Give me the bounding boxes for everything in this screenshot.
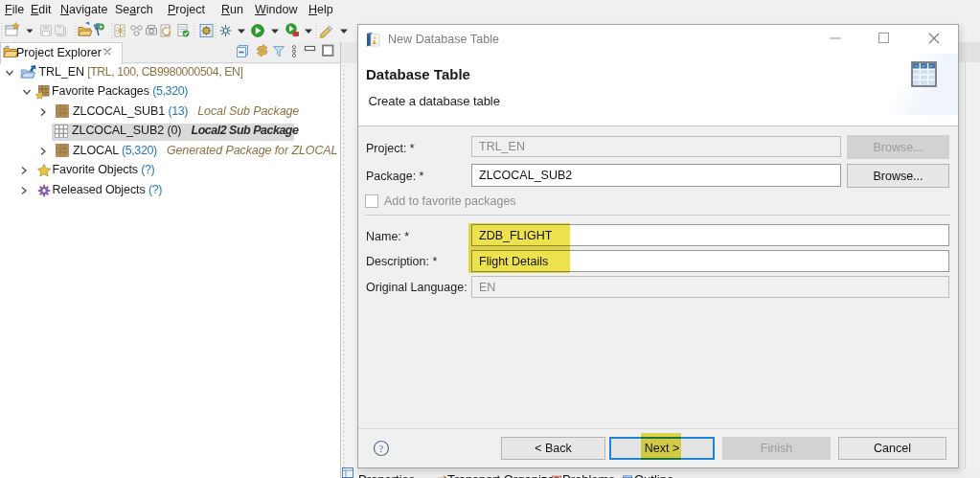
svg-text:?: ?	[379, 443, 384, 454]
